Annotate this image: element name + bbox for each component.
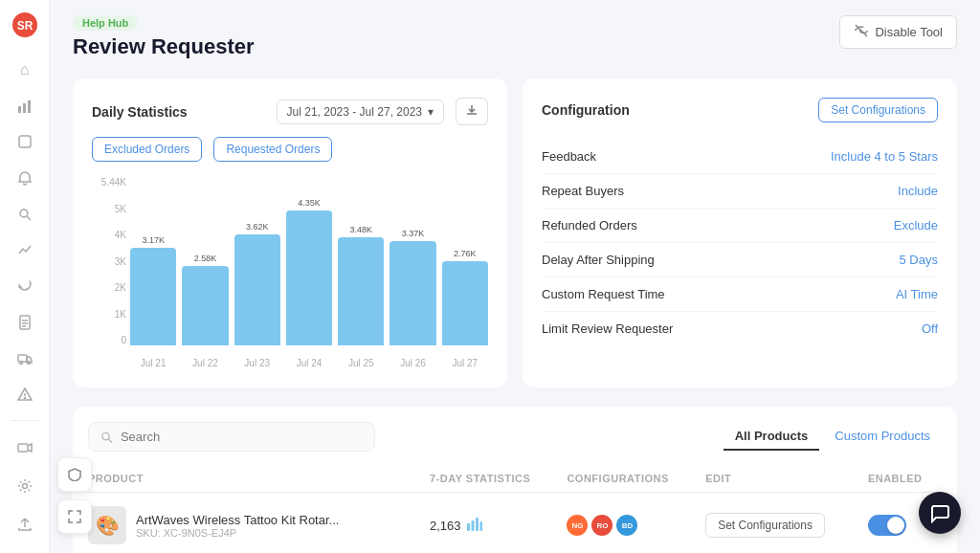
products-table-body: 🎨 ArtWaves Wireless Tattoo Kit Rotar... … <box>88 493 942 554</box>
svg-rect-12 <box>18 355 27 362</box>
tab-all-products[interactable]: All Products <box>724 423 820 451</box>
svg-point-18 <box>22 484 27 489</box>
svg-rect-21 <box>467 523 470 531</box>
config-value: AI Time <box>896 287 938 301</box>
config-title: Configuration <box>542 102 630 118</box>
chevron-down-icon: ▾ <box>428 105 434 119</box>
search-icon[interactable] <box>8 198 42 231</box>
svg-rect-17 <box>18 444 28 452</box>
table-header: PRODUCT 7-DAY STATISTICS CONFIGURATIONS … <box>88 465 942 493</box>
search-box[interactable] <box>88 422 375 452</box>
chart-bar-icon[interactable] <box>8 90 42 122</box>
bar-group: 3.37K <box>390 177 435 345</box>
config-dots: NG RO BD <box>567 515 705 536</box>
truck-icon[interactable] <box>8 343 42 375</box>
config-card: Configuration Set Configurations Feedbac… <box>523 78 957 387</box>
excluded-orders-button[interactable]: Excluded Orders <box>92 137 202 162</box>
bar-rect <box>390 241 435 345</box>
dot-red: RO <box>591 515 612 536</box>
eye-off-icon <box>854 23 869 41</box>
svg-point-19 <box>102 432 109 439</box>
product-thumbnail: 🎨 <box>88 506 126 544</box>
y-label-5k: 5K <box>92 204 126 214</box>
products-section: All Products Custom Products PRODUCT 7-D… <box>73 407 957 553</box>
shield-button[interactable] <box>57 457 92 492</box>
config-key: Limit Review Requester <box>542 321 673 336</box>
product-tabs: All Products Custom Products <box>724 423 942 451</box>
stats-number: 2,163 <box>430 519 461 533</box>
chart-bars: 3.17K2.58K3.62K4.35K3.48K3.37K2.76K <box>130 177 488 345</box>
bar-rect <box>286 210 332 345</box>
config-row: Refunded OrdersExclude <box>542 209 938 243</box>
document-icon[interactable] <box>8 306 42 339</box>
chart-area: 5.44K 5K 4K 3K 2K 1K 0 3.17K2.58K3.62K4.… <box>92 177 488 368</box>
y-label-1k: 1K <box>92 309 126 320</box>
bar-value-label: 3.48K <box>350 225 373 234</box>
bar-value-label: 4.35K <box>298 198 321 208</box>
help-hub-badge[interactable]: Help Hub <box>73 15 138 31</box>
bar-value-label: 2.76K <box>454 249 477 258</box>
product-name: ArtWaves Wireless Tattoo Kit Rotar... <box>136 513 339 527</box>
enabled-toggle[interactable] <box>868 515 906 536</box>
bell-icon[interactable] <box>8 162 42 194</box>
page-title: Review Requester <box>73 34 255 59</box>
requested-orders-button[interactable]: Requested Orders <box>213 137 332 162</box>
stats-card: Daily Statistics Jul 21, 2023 - Jul 27, … <box>73 78 507 387</box>
edit-cell: Set Configurations <box>705 493 868 554</box>
bar-group: 2.58K <box>182 177 228 345</box>
alert-icon[interactable] <box>8 378 42 410</box>
sat-configurations-button[interactable]: Set Configurations <box>705 513 825 538</box>
tab-custom-products[interactable]: Custom Products <box>823 423 942 451</box>
settings-icon[interactable] <box>8 469 42 503</box>
y-label-4k: 4K <box>92 230 126 240</box>
svg-rect-2 <box>18 106 21 113</box>
svg-rect-8 <box>20 316 30 329</box>
svg-point-16 <box>24 398 25 399</box>
toggle-knob <box>887 517 904 534</box>
box-icon[interactable] <box>8 125 42 158</box>
header-left: Help Hub Review Requester <box>73 15 255 59</box>
config-value: 5 Days <box>900 253 938 267</box>
config-key: Refunded Orders <box>542 218 637 232</box>
bar-rect <box>234 234 280 345</box>
dot-blue: BD <box>616 515 637 536</box>
bar-value-label: 3.37K <box>402 229 425 238</box>
config-header: Configuration Set Configurations <box>542 98 938 122</box>
search-input[interactable] <box>121 430 363 444</box>
video-icon[interactable] <box>8 431 42 465</box>
disable-tool-button[interactable]: Disable Tool <box>839 15 957 49</box>
expand-button[interactable] <box>57 499 92 534</box>
config-key: Delay After Shipping <box>542 253 655 267</box>
config-key: Feedback <box>542 149 596 164</box>
y-label-2k: 2K <box>92 282 126 293</box>
disable-tool-label: Disable Tool <box>875 25 943 39</box>
download-button[interactable] <box>456 98 488 125</box>
product-info: 🎨 ArtWaves Wireless Tattoo Kit Rotar... … <box>88 506 430 544</box>
refresh-icon[interactable] <box>8 270 42 302</box>
home-icon[interactable]: ⌂ <box>8 54 42 86</box>
svg-point-6 <box>20 210 28 217</box>
export-icon[interactable] <box>8 507 42 542</box>
svg-rect-4 <box>28 100 31 113</box>
stats-value: 2,163 <box>430 518 567 534</box>
trend-icon[interactable] <box>8 234 42 267</box>
config-value: Include <box>898 184 938 198</box>
date-range-button[interactable]: Jul 21, 2023 - Jul 27, 2023 ▾ <box>277 100 444 124</box>
svg-line-20 <box>108 438 112 442</box>
chat-button[interactable] <box>919 492 961 534</box>
svg-rect-23 <box>476 518 479 531</box>
search-magnifier-icon <box>100 431 113 444</box>
y-axis-labels: 5.44K 5K 4K 3K 2K 1K 0 <box>92 177 126 368</box>
x-axis-label: Jul 27 <box>442 358 488 368</box>
set-configurations-button[interactable]: Set Configurations <box>818 98 938 122</box>
col-stats: 7-DAY STATISTICS <box>430 465 567 493</box>
sidebar: SR ⌂ <box>0 0 50 553</box>
config-value: Exclude <box>894 218 938 232</box>
y-label-0: 0 <box>92 335 126 345</box>
x-axis-label: Jul 22 <box>182 358 228 368</box>
config-row: Delay After Shipping5 Days <box>542 243 938 277</box>
bar-group: 3.48K <box>338 177 384 345</box>
config-value: Include 4 to 5 Stars <box>831 149 938 164</box>
stats-header: Daily Statistics Jul 21, 2023 - Jul 27, … <box>92 98 488 162</box>
bar-rect <box>338 237 384 345</box>
